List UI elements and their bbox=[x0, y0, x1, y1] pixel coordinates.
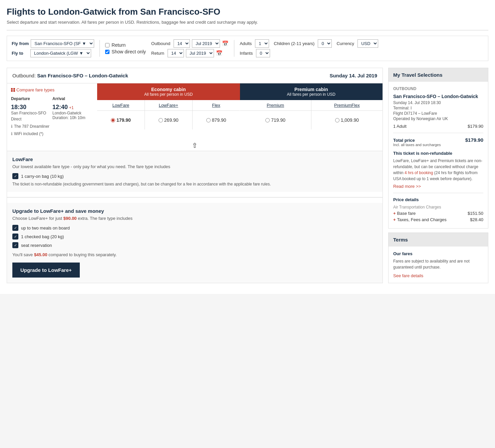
base-fare-row: + Base fare $151.50 bbox=[393, 211, 483, 216]
fare-columns: Economy cabin All fares per person in US… bbox=[97, 83, 383, 140]
lowfare-nonrefund-text: The ticket is non-refundable (excluding … bbox=[12, 182, 377, 186]
calendar-icon-return[interactable]: 📅 bbox=[216, 50, 223, 56]
taxes-row: + Taxes, Fees and Charges $28.40 bbox=[393, 217, 483, 222]
departure-info: 18:30 San Francisco-SFO Direct bbox=[11, 104, 51, 121]
lowfare-plus-price: 269.90 bbox=[164, 117, 179, 123]
infants-select[interactable]: 0 bbox=[256, 49, 270, 57]
wifi-info: ℹ WiFi included (*) bbox=[11, 131, 93, 136]
currency-select[interactable]: USD bbox=[357, 39, 378, 48]
section-divider bbox=[7, 197, 383, 197]
outbound-day-select[interactable]: 14 bbox=[174, 39, 190, 48]
lowfare-desc: Our lowest available fare type - only pa… bbox=[12, 164, 377, 169]
sidebar-divider2 bbox=[393, 193, 483, 193]
outbound-label: Outbound bbox=[151, 41, 170, 46]
read-more-link[interactable]: Read more >> bbox=[393, 184, 483, 189]
check-icon-seat: ✓ bbox=[12, 242, 18, 248]
sidebar-header: My Travel Selections bbox=[389, 68, 488, 82]
premium-fare-cols: Premium 719.90 PremiumFlex bbox=[240, 100, 383, 129]
lowfare-radio[interactable] bbox=[111, 118, 115, 122]
sidebar-flight-route: San Francisco-SFO – London-Gatwick bbox=[393, 94, 483, 99]
premium-header: Premium cabin All fares per person in US… bbox=[240, 83, 383, 100]
return-checkbox[interactable] bbox=[105, 43, 109, 47]
flight-header: Outbound: San Francisco-SFO – London-Gat… bbox=[7, 68, 383, 83]
return-date-label: Return bbox=[151, 51, 164, 56]
show-direct-checkbox[interactable] bbox=[105, 50, 109, 54]
arrival-col-header: Arrival bbox=[52, 96, 86, 101]
return-day-select[interactable]: 14 bbox=[168, 49, 184, 57]
check-icon-meals: ✓ bbox=[12, 225, 18, 231]
flight-duration: Duration: 10h 10m bbox=[52, 115, 92, 120]
lowfare-plus-link[interactable]: LowFare+ bbox=[159, 103, 178, 108]
adults-label: Adults bbox=[240, 41, 252, 46]
fly-to-select[interactable]: London-Gatwick (LGW ▼ bbox=[30, 49, 91, 57]
grid-icon bbox=[11, 88, 15, 92]
taxes-expand[interactable]: + bbox=[393, 217, 396, 222]
return-label: Return bbox=[111, 42, 126, 48]
premiumflex-radio[interactable] bbox=[335, 118, 339, 122]
travel-selections-card: My Travel Selections Outbound San Franci… bbox=[388, 68, 488, 229]
price-details-title: Price details bbox=[393, 197, 483, 202]
arr-time: 12:40 bbox=[52, 104, 68, 110]
terms-card: Terms Our fares Fares are subject to ava… bbox=[388, 233, 488, 283]
economy-section: Economy cabin All fares per person in US… bbox=[97, 83, 240, 140]
flex-price-cell[interactable]: 879.90 bbox=[193, 111, 240, 129]
flex-col: Flex 879.90 bbox=[193, 100, 240, 129]
arrival-info: 12:40 +1 London-Gatwick Duration: 10h 10… bbox=[52, 104, 92, 121]
show-direct-label: Show direct only bbox=[111, 49, 146, 54]
sidebar: My Travel Selections Outbound San Franci… bbox=[388, 68, 488, 287]
lowfare-info: LowFare Our lowest available fare type -… bbox=[7, 151, 383, 192]
economy-fare-cols: LowFare 179.90 LowFare+ bbox=[97, 100, 240, 129]
see-fare-details-link[interactable]: See fare details bbox=[393, 273, 423, 278]
premiumflex-price-cell[interactable]: 1,009.90 bbox=[311, 111, 383, 129]
premium-link[interactable]: Premium bbox=[267, 103, 284, 108]
premium-section: Premium cabin All fares per person in US… bbox=[240, 83, 383, 140]
compare-fare-link[interactable]: Compare fare types bbox=[11, 87, 93, 92]
adults-select[interactable]: 1 bbox=[255, 39, 269, 48]
sidebar-total-row: Total price Incl. all taxes and surcharg… bbox=[393, 137, 483, 147]
lowfare-plus-col: LowFare+ 269.90 bbox=[145, 100, 193, 129]
lowfare-plus-price-cell[interactable]: 269.90 bbox=[145, 111, 192, 129]
lowfare-price-cell[interactable]: 179.90 bbox=[97, 111, 145, 129]
total-price: $179.90 bbox=[465, 137, 483, 143]
premium-col: Premium 719.90 bbox=[240, 100, 311, 129]
upgrade-desc: Choose LowFare+ for just $90.00 extra. T… bbox=[12, 216, 377, 221]
departure-col-header: Departure bbox=[11, 96, 51, 101]
air-transport-label: Air Transportation Charges bbox=[393, 205, 483, 209]
arr-airport: London-Gatwick bbox=[52, 111, 92, 115]
dep-time: 18:30 bbox=[11, 104, 51, 111]
infants-label: Infants bbox=[240, 51, 253, 56]
sidebar-divider1 bbox=[393, 133, 483, 133]
nonrefund-highlight: 4 hrs of booking bbox=[405, 170, 433, 175]
calendar-icon-outbound[interactable]: 📅 bbox=[222, 40, 229, 47]
upgrade-button[interactable]: Upgrade to LowFare+ bbox=[12, 263, 80, 278]
flight-info-col: Compare fare types Departure Arrival 18:… bbox=[7, 83, 97, 140]
premium-radio[interactable] bbox=[265, 118, 270, 122]
sidebar-flight-datetime: Sunday 14. Jul 2019 18:30 bbox=[393, 100, 483, 105]
search-divider2 bbox=[234, 40, 234, 57]
lowfare-plus-radio[interactable] bbox=[159, 118, 163, 122]
lowfare-include-1: ✓ 1 carry-on bag (10 kg) bbox=[12, 173, 377, 179]
premium-price-cell[interactable]: 719.90 bbox=[240, 111, 311, 129]
children-select[interactable]: 0 bbox=[318, 39, 332, 48]
flight-card: Outbound: San Francisco-SFO – London-Gat… bbox=[7, 68, 383, 283]
fare-table: Compare fare types Departure Arrival 18:… bbox=[7, 83, 383, 140]
upgrade-extra-price: $90.00 bbox=[63, 216, 77, 221]
sidebar-body: Outbound San Francisco-SFO – London-Gatw… bbox=[389, 82, 488, 228]
savings-text: You'll save $45.00 compared to buying th… bbox=[12, 252, 377, 257]
fly-from-select[interactable]: San Francisco-SFO (SF ▼ bbox=[31, 39, 94, 48]
outbound-month-select[interactable]: Jul 2019 bbox=[192, 39, 220, 48]
flex-radio[interactable] bbox=[206, 118, 211, 122]
flex-link[interactable]: Flex bbox=[212, 103, 220, 108]
flex-price: 879.90 bbox=[212, 117, 226, 123]
fly-from-label: Fly from bbox=[12, 41, 29, 46]
content-area: Outbound: San Francisco-SFO – London-Gat… bbox=[7, 68, 383, 287]
premiumflex-col: PremiumFlex 1,009.90 bbox=[311, 100, 383, 129]
return-month-select[interactable]: Jul 2019 bbox=[186, 49, 214, 57]
flight-route: San Francisco-SFO – London-Gatwick bbox=[37, 73, 128, 78]
lowfare-col: LowFare 179.90 bbox=[97, 100, 145, 129]
lowfare-link[interactable]: LowFare bbox=[112, 103, 130, 108]
info-icon-wifi: ℹ bbox=[11, 131, 13, 136]
base-fare-expand[interactable]: + bbox=[393, 211, 396, 216]
premiumflex-link[interactable]: PremiumFlex bbox=[334, 103, 360, 108]
sidebar-adult-label: 1 Adult bbox=[393, 124, 407, 129]
